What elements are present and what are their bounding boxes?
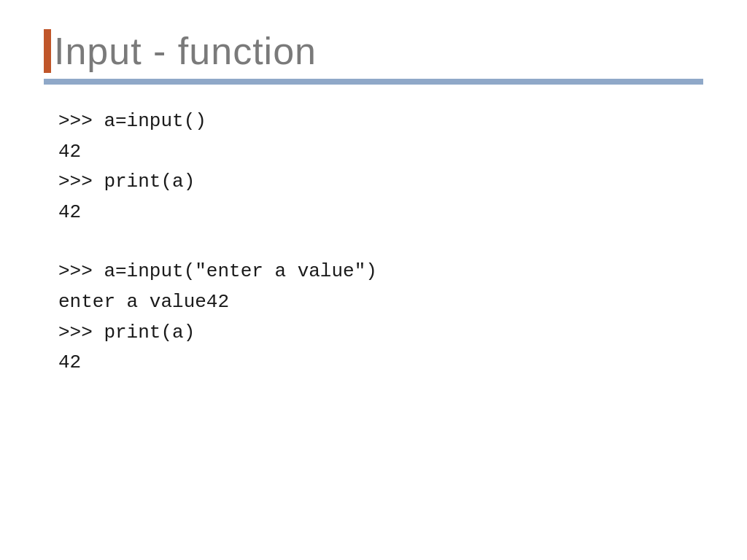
code-line: >>> print(a) [58, 167, 703, 198]
code-line: >>> a=input() [58, 106, 703, 137]
code-block-2: >>> a=input("enter a value") enter a val… [58, 257, 703, 378]
code-line: 42 [58, 198, 703, 228]
slide: Input - function >>> a=input() 42 >>> pr… [0, 0, 747, 560]
code-line: 42 [58, 137, 703, 168]
slide-title: Input - function [51, 29, 317, 73]
code-line: >>> a=input("enter a value") [58, 257, 703, 287]
code-line: enter a value42 [58, 287, 703, 318]
code-line: 42 [58, 348, 703, 378]
code-line: >>> print(a) [58, 318, 703, 349]
title-area: Input - function [44, 29, 703, 73]
header-rule [44, 79, 703, 85]
title-accent-bar [44, 29, 51, 73]
code-block-1: >>> a=input() 42 >>> print(a) 42 [58, 106, 703, 228]
content-area: >>> a=input() 42 >>> print(a) 42 >>> a=i… [44, 106, 703, 378]
